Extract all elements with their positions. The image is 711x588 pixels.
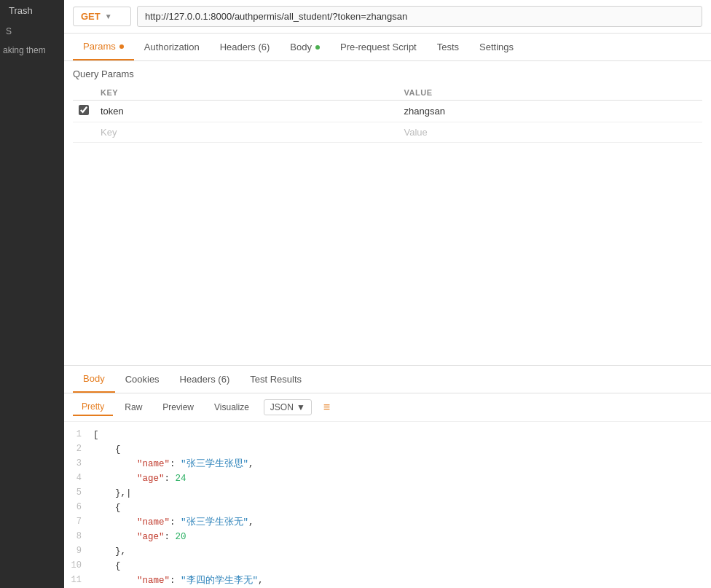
code-line: 7 "name": "张三学生张无",	[64, 515, 711, 530]
line-content: {	[93, 559, 711, 573]
col-value-header: VALUE	[398, 85, 703, 101]
sidebar-s-text: S	[0, 20, 17, 42]
url-bar: GET ▼	[64, 0, 711, 34]
params-dot	[119, 44, 124, 49]
code-line: 3 "name": "张三学生张思",	[64, 457, 711, 471]
query-params-title: Query Params	[73, 68, 702, 79]
line-content: "age": 20	[93, 530, 711, 544]
line-number: 8	[64, 530, 93, 544]
url-input[interactable]	[137, 6, 702, 27]
line-number: 10	[64, 559, 93, 573]
format-preview-btn[interactable]: Preview	[154, 399, 203, 415]
line-number: 11	[64, 573, 93, 587]
response-section: Body Cookies Headers (6) Test Results Pr…	[64, 365, 711, 588]
sidebar: Trash S aking them	[0, 0, 64, 588]
chevron-down-icon: ▼	[296, 402, 305, 412]
body-toolbar: Pretty Raw Preview Visualize JSON ▼ ≡	[64, 393, 711, 422]
json-format-select[interactable]: JSON ▼	[264, 399, 312, 415]
request-tabs-row: Params Authorization Headers (6) Body Pr…	[64, 34, 711, 61]
format-raw-btn[interactable]: Raw	[116, 399, 151, 415]
body-dot	[315, 45, 320, 50]
tab-authorization[interactable]: Authorization	[134, 34, 210, 60]
line-number: 7	[64, 515, 93, 529]
code-line: 8 "age": 20	[64, 530, 711, 544]
wrap-button[interactable]: ≡	[318, 398, 336, 417]
code-line: 2 {	[64, 442, 711, 457]
line-content: {	[93, 501, 711, 515]
line-number: 9	[64, 544, 93, 558]
tab-tests[interactable]: Tests	[427, 34, 469, 60]
code-line: 10 {	[64, 559, 711, 573]
line-content: },	[93, 544, 711, 559]
tab-params[interactable]: Params	[73, 34, 134, 60]
params-table: KEY VALUE token zhangsan Key	[73, 85, 702, 143]
code-line: 4 "age": 24	[64, 471, 711, 486]
table-row: token zhangsan	[73, 101, 702, 122]
tab-body[interactable]: Body	[280, 34, 330, 60]
param-value-placeholder[interactable]: Value	[398, 122, 703, 143]
line-content: },|	[93, 486, 711, 501]
tab-headers[interactable]: Headers (6)	[210, 34, 280, 60]
line-number: 6	[64, 501, 93, 514]
chevron-down-icon: ▼	[105, 12, 112, 20]
response-tab-body[interactable]: Body	[73, 366, 115, 393]
code-line: 1[	[64, 428, 711, 442]
response-tab-headers[interactable]: Headers (6)	[170, 366, 240, 392]
method-label: GET	[81, 11, 101, 22]
spacer-area	[64, 143, 711, 365]
query-params-section: Query Params KEY VALUE token zhangsan	[64, 61, 711, 143]
line-content: "age": 24	[93, 471, 711, 486]
format-pretty-btn[interactable]: Pretty	[73, 399, 113, 416]
code-line: 5 },|	[64, 486, 711, 501]
main-panel: GET ▼ Params Authorization Headers (6) B…	[64, 0, 711, 588]
line-content: "name": "张三学生张无",	[93, 515, 711, 530]
line-number: 1	[64, 428, 93, 442]
param-key-placeholder[interactable]: Key	[95, 122, 398, 143]
line-number: 4	[64, 471, 93, 485]
tab-prerequest[interactable]: Pre-request Script	[330, 34, 427, 60]
table-row-empty: Key Value	[73, 122, 702, 143]
param-value-cell[interactable]: zhangsan	[398, 101, 703, 122]
param-checkbox[interactable]	[79, 105, 89, 115]
code-line: 9 },	[64, 544, 711, 559]
json-label: JSON	[270, 402, 294, 412]
response-tab-cookies[interactable]: Cookies	[115, 366, 170, 392]
code-line: 6 {	[64, 501, 711, 515]
line-number: 2	[64, 442, 93, 456]
response-tabs-row: Body Cookies Headers (6) Test Results	[64, 366, 711, 393]
line-number: 5	[64, 486, 93, 500]
code-line: 11 "name": "李四的学生李无",	[64, 573, 711, 588]
line-content: {	[93, 442, 711, 457]
method-select[interactable]: GET ▼	[73, 7, 131, 26]
line-content: "name": "李四的学生李无",	[93, 573, 711, 588]
sidebar-making-text: aking them	[0, 42, 49, 58]
sidebar-trash-label: Trash	[0, 0, 42, 20]
line-content: [	[93, 428, 711, 442]
param-key-cell[interactable]: token	[95, 101, 398, 122]
tab-settings[interactable]: Settings	[469, 34, 524, 60]
col-key-header: KEY	[95, 85, 398, 101]
code-block: 1[2 {3 "name": "张三学生张思",4 "age": 245 },|…	[64, 422, 711, 588]
line-number: 3	[64, 457, 93, 471]
format-visualize-btn[interactable]: Visualize	[205, 399, 258, 415]
response-tab-test-results[interactable]: Test Results	[240, 366, 312, 392]
line-content: "name": "张三学生张思",	[93, 457, 711, 471]
